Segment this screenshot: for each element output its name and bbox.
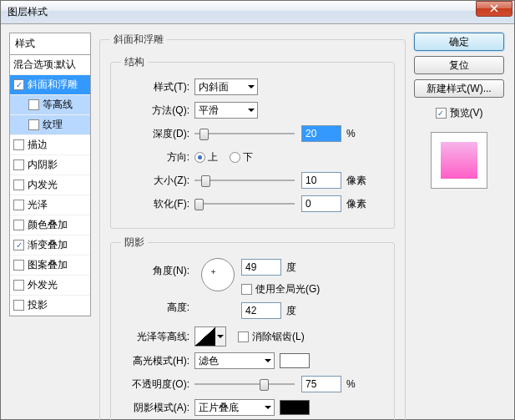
blend-options-item[interactable]: 混合选项:默认 bbox=[10, 55, 90, 75]
highlight-mode-label: 高光模式(H): bbox=[121, 354, 194, 368]
style-item-satin[interactable]: 光泽 bbox=[10, 195, 90, 215]
style-label: 描边 bbox=[28, 138, 48, 152]
gloss-contour-label: 光泽等高线: bbox=[121, 330, 194, 344]
checkbox[interactable] bbox=[13, 180, 24, 190]
new-style-button[interactable]: 新建样式(W)... bbox=[414, 79, 504, 98]
shadow-mode-value: 正片叠底 bbox=[199, 401, 239, 415]
style-item-bevel[interactable]: 斜面和浮雕 bbox=[10, 75, 90, 95]
depth-input[interactable]: 20 bbox=[301, 125, 341, 142]
depth-unit: % bbox=[346, 128, 356, 139]
shading-legend: 阴影 bbox=[121, 235, 148, 250]
style-item-contour[interactable]: 等高线 bbox=[10, 95, 90, 115]
style-label: 内发光 bbox=[28, 178, 58, 192]
highlight-mode-combo[interactable]: 滤色 bbox=[194, 352, 275, 369]
checkbox[interactable] bbox=[13, 220, 24, 230]
checkbox[interactable] bbox=[28, 99, 39, 110]
preview-gradient bbox=[441, 142, 477, 179]
shadow-color-swatch[interactable] bbox=[280, 400, 310, 415]
style-item-outer-glow[interactable]: 外发光 bbox=[10, 276, 90, 296]
angle-unit: 度 bbox=[286, 261, 296, 275]
shadow-mode-label: 阴影模式(A): bbox=[121, 401, 194, 415]
direction-up-radio[interactable] bbox=[194, 152, 205, 163]
style-label: 图案叠加 bbox=[28, 258, 68, 272]
method-combo[interactable]: 平滑 bbox=[194, 102, 258, 119]
style-label: 外发光 bbox=[28, 278, 58, 292]
shading-group: 阴影 角度(N): 高度: bbox=[110, 235, 395, 420]
checkbox[interactable] bbox=[28, 119, 39, 130]
style-item-stroke[interactable]: 描边 bbox=[10, 135, 90, 155]
angle-label: 角度(N): bbox=[121, 264, 194, 278]
checkbox[interactable] bbox=[13, 200, 24, 210]
style-list: 混合选项:默认 斜面和浮雕 等高线 纹理 描边 bbox=[9, 54, 91, 316]
soften-label: 软化(F): bbox=[121, 197, 194, 211]
altitude-input[interactable]: 42 bbox=[241, 302, 281, 319]
direction-label: 方向: bbox=[121, 150, 194, 164]
chevron-down-icon bbox=[265, 404, 271, 411]
gloss-contour-picker[interactable] bbox=[194, 326, 226, 347]
checkbox[interactable] bbox=[13, 159, 24, 170]
style-label: 纹理 bbox=[43, 118, 63, 132]
style-item-gradient-overlay[interactable]: 渐变叠加 bbox=[10, 235, 90, 256]
checkbox[interactable] bbox=[13, 79, 24, 90]
blend-options-label: 混合选项:默认 bbox=[13, 58, 76, 72]
size-input[interactable]: 10 bbox=[301, 172, 341, 189]
style-item-color-overlay[interactable]: 颜色叠加 bbox=[10, 215, 90, 235]
chevron-down-icon bbox=[215, 327, 225, 346]
chevron-down-icon bbox=[265, 357, 271, 364]
depth-slider[interactable] bbox=[194, 126, 295, 141]
checkbox[interactable] bbox=[13, 139, 24, 150]
style-item-pattern-overlay[interactable]: 图案叠加 bbox=[10, 256, 90, 276]
close-button[interactable] bbox=[476, 1, 512, 17]
style-label: 光泽 bbox=[28, 198, 48, 212]
style-label: 渐变叠加 bbox=[28, 238, 68, 252]
highlight-opacity-input[interactable]: 75 bbox=[301, 376, 341, 392]
style-item-texture[interactable]: 纹理 bbox=[10, 115, 90, 135]
up-label: 上 bbox=[208, 150, 218, 164]
ok-button[interactable]: 确定 bbox=[414, 33, 504, 51]
checkbox[interactable] bbox=[13, 280, 24, 291]
style-label: 等高线 bbox=[43, 98, 73, 112]
style-label: 颜色叠加 bbox=[28, 218, 68, 232]
highlight-color-swatch[interactable] bbox=[280, 353, 310, 368]
depth-label: 深度(D): bbox=[121, 127, 194, 141]
altitude-unit: 度 bbox=[286, 304, 296, 318]
preview-label: 预览(V) bbox=[450, 106, 483, 120]
style-label: 内阴影 bbox=[28, 158, 58, 172]
titlebar[interactable]: 图层样式 bbox=[1, 1, 514, 24]
shadow-mode-combo[interactable]: 正片叠底 bbox=[194, 399, 275, 416]
size-label: 大小(Z): bbox=[121, 174, 194, 188]
global-light-checkbox[interactable] bbox=[241, 284, 252, 295]
antialias-checkbox[interactable] bbox=[238, 331, 249, 342]
window-title: 图层样式 bbox=[8, 5, 476, 19]
direction-down-radio[interactable] bbox=[230, 152, 240, 163]
style-item-drop-shadow[interactable]: 投影 bbox=[10, 296, 90, 316]
chevron-down-icon bbox=[248, 107, 255, 114]
styles-header: 样式 bbox=[9, 33, 91, 54]
angle-input[interactable]: 49 bbox=[241, 259, 281, 276]
close-icon bbox=[490, 4, 498, 13]
checkbox[interactable] bbox=[13, 300, 24, 311]
structure-legend: 结构 bbox=[121, 55, 148, 69]
preview-checkbox[interactable] bbox=[436, 108, 447, 119]
style-item-inner-shadow[interactable]: 内阴影 bbox=[10, 155, 90, 175]
layer-style-dialog: 图层样式 样式 混合选项:默认 斜面和浮雕 等高线 bbox=[0, 0, 515, 420]
checkbox[interactable] bbox=[13, 260, 24, 271]
style-label: 投影 bbox=[28, 298, 48, 312]
size-unit: 像素 bbox=[346, 174, 366, 188]
action-panel: 确定 复位 新建样式(W)... 预览(V) bbox=[414, 33, 504, 409]
bevel-group: 斜面和浮雕 结构 样式(T): 内斜面 方法(Q): 平滑 bbox=[99, 33, 406, 420]
styles-panel: 样式 混合选项:默认 斜面和浮雕 等高线 纹理 bbox=[9, 33, 91, 409]
highlight-opacity-slider[interactable] bbox=[194, 377, 295, 392]
altitude-label: 高度: bbox=[121, 301, 194, 315]
structure-group: 结构 样式(T): 内斜面 方法(Q): 平滑 bbox=[110, 55, 395, 229]
checkbox[interactable] bbox=[13, 240, 24, 250]
style-item-inner-glow[interactable]: 内发光 bbox=[10, 175, 90, 195]
cancel-button[interactable]: 复位 bbox=[414, 56, 504, 74]
soften-input[interactable]: 0 bbox=[301, 195, 341, 212]
opacity1-unit: % bbox=[346, 378, 356, 390]
method-label: 方法(Q): bbox=[121, 104, 194, 118]
soften-slider[interactable] bbox=[194, 196, 295, 211]
angle-dial[interactable] bbox=[201, 258, 235, 291]
style-combo[interactable]: 内斜面 bbox=[194, 78, 258, 95]
size-slider[interactable] bbox=[194, 173, 295, 188]
